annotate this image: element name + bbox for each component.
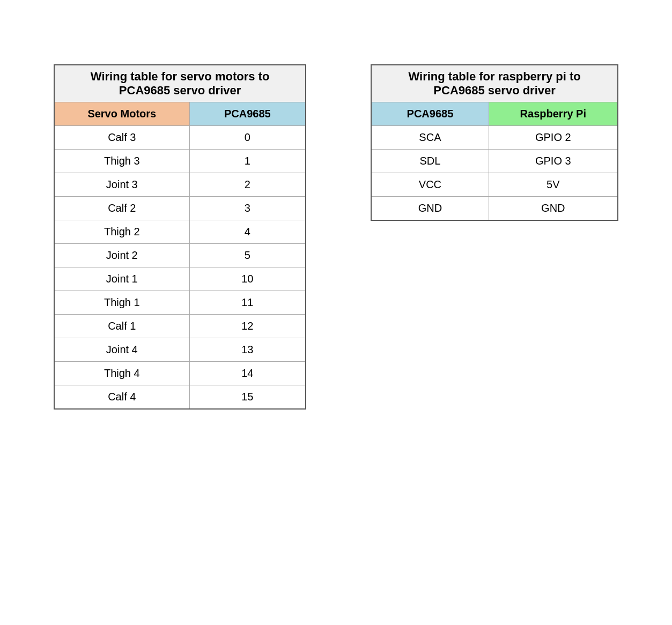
right-col2-header: Raspberry Pi [489, 102, 618, 126]
pca-pin: VCC [371, 173, 489, 197]
left-col1-header: Servo Motors [54, 102, 189, 126]
rpi-wiring-table: Wiring table for raspberry pi to PCA9685… [371, 64, 618, 221]
table-row: Joint 413 [54, 338, 306, 362]
table-row: VCC5V [371, 173, 618, 197]
pca-pin: GND [371, 197, 489, 221]
pca-channel: 14 [189, 362, 306, 385]
servo-name: Joint 3 [54, 173, 189, 197]
pca-channel: 3 [189, 197, 306, 220]
rpi-pin: 5V [489, 173, 618, 197]
servo-name: Thigh 1 [54, 291, 189, 315]
pca-channel: 15 [189, 385, 306, 410]
pca-pin: SCA [371, 126, 489, 150]
table-row: Calf 112 [54, 315, 306, 338]
servo-wiring-table: Wiring table for servo motors to PCA9685… [54, 64, 306, 410]
left-table-wrapper: Wiring table for servo motors to PCA9685… [54, 64, 306, 410]
servo-name: Calf 4 [54, 385, 189, 410]
table-row: Calf 30 [54, 126, 306, 150]
pca-channel: 2 [189, 173, 306, 197]
servo-name: Calf 3 [54, 126, 189, 150]
servo-name: Joint 4 [54, 338, 189, 362]
table-row: SDLGPIO 3 [371, 150, 618, 173]
left-table-title: Wiring table for servo motors to PCA9685… [54, 65, 306, 102]
servo-name: Thigh 3 [54, 150, 189, 173]
pca-channel: 12 [189, 315, 306, 338]
left-col2-header: PCA9685 [189, 102, 306, 126]
pca-channel: 0 [189, 126, 306, 150]
table-row: Thigh 24 [54, 220, 306, 244]
servo-name: Thigh 4 [54, 362, 189, 385]
servo-name: Joint 2 [54, 244, 189, 267]
table-row: Joint 32 [54, 173, 306, 197]
table-row: Calf 415 [54, 385, 306, 410]
pca-channel: 1 [189, 150, 306, 173]
table-row: Thigh 414 [54, 362, 306, 385]
pca-channel: 4 [189, 220, 306, 244]
servo-name: Thigh 2 [54, 220, 189, 244]
rpi-pin: GND [489, 197, 618, 221]
table-row: GNDGND [371, 197, 618, 221]
right-table-title: Wiring table for raspberry pi to PCA9685… [371, 65, 618, 102]
right-table-wrapper: Wiring table for raspberry pi to PCA9685… [371, 64, 618, 221]
pca-channel: 13 [189, 338, 306, 362]
rpi-pin: GPIO 3 [489, 150, 618, 173]
table-row: Thigh 111 [54, 291, 306, 315]
servo-name: Calf 2 [54, 197, 189, 220]
table-row: Joint 110 [54, 267, 306, 291]
pca-channel: 10 [189, 267, 306, 291]
pca-pin: SDL [371, 150, 489, 173]
rpi-pin: GPIO 2 [489, 126, 618, 150]
table-row: Joint 25 [54, 244, 306, 267]
servo-name: Calf 1 [54, 315, 189, 338]
table-row: Thigh 31 [54, 150, 306, 173]
table-row: Calf 23 [54, 197, 306, 220]
pca-channel: 11 [189, 291, 306, 315]
right-col1-header: PCA9685 [371, 102, 489, 126]
pca-channel: 5 [189, 244, 306, 267]
servo-name: Joint 1 [54, 267, 189, 291]
table-row: SCAGPIO 2 [371, 126, 618, 150]
